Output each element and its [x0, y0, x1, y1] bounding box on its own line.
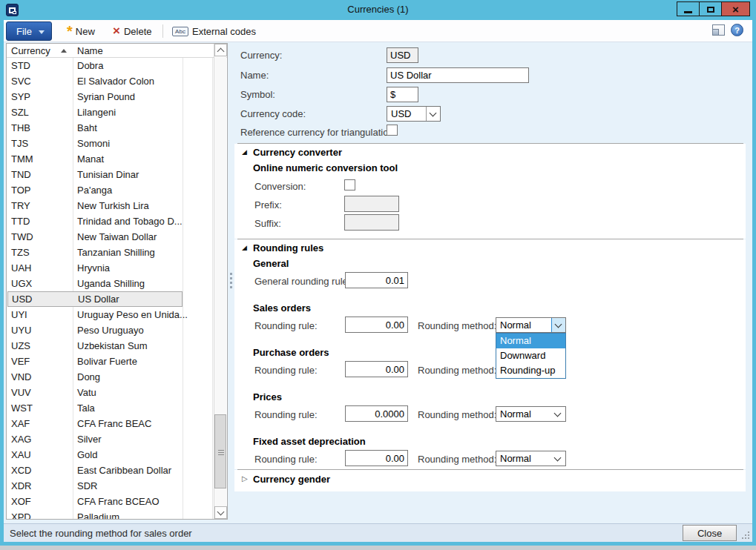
list-item[interactable]: WSTTala	[7, 400, 227, 416]
collapse-triangle-icon[interactable]: ◢	[242, 148, 247, 156]
list-item[interactable]: VUVVatu	[7, 385, 227, 400]
column-header-name[interactable]: Name	[77, 45, 103, 56]
close-button[interactable]: Close	[683, 525, 737, 541]
sales-orders-group-header: Sales orders	[253, 302, 311, 314]
combo-dropdown-button[interactable]	[551, 318, 565, 332]
app-window: Currencies (1) × File * New ×	[0, 0, 756, 546]
close-window-button[interactable]: ×	[721, 1, 750, 16]
details-panel: Currency: Name: Symbol: Currency code: U…	[234, 42, 749, 523]
external-codes-button[interactable]: Abc External codes	[172, 23, 256, 39]
chevron-down-icon	[555, 321, 562, 328]
dropdown-option[interactable]: Rounding-up	[496, 363, 565, 378]
list-item[interactable]: TOPPa'anga	[7, 182, 227, 198]
prices-rounding-rule-field[interactable]	[345, 405, 408, 422]
currency-code-combo[interactable]: USD	[387, 106, 441, 122]
fixed-rounding-rule-label: Rounding rule:	[254, 454, 318, 465]
list-item[interactable]: UYUPeso Uruguayo	[7, 322, 227, 338]
prices-rounding-method-label: Rounding method:	[418, 409, 496, 420]
list-item[interactable]: TZSTanzanian Shilling	[7, 245, 227, 260]
name-label: Name:	[240, 70, 269, 81]
list-item[interactable]: UAHHryvnia	[7, 260, 227, 276]
prices-rounding-method-combo[interactable]: Normal	[496, 406, 566, 422]
resize-grip-icon[interactable]	[740, 530, 749, 539]
list-item[interactable]: UZSUzbekistan Sum	[7, 338, 227, 354]
column-header-currency[interactable]: Currency	[11, 45, 50, 56]
minimize-button[interactable]	[677, 1, 700, 16]
section-divider	[237, 143, 743, 144]
name-field[interactable]	[387, 67, 529, 83]
sales-rounding-rule-field[interactable]	[345, 317, 408, 333]
prefix-field[interactable]	[344, 196, 399, 212]
combo-dropdown-button[interactable]	[426, 107, 440, 121]
sales-rounding-method-combo[interactable]: Normal	[496, 317, 566, 333]
list-item[interactable]: TMMManat	[7, 151, 227, 167]
dropdown-option[interactable]: Normal	[496, 334, 565, 348]
currency-field[interactable]	[387, 47, 418, 63]
prices-rounding-rule-label: Rounding rule:	[254, 409, 318, 420]
list-item[interactable]: UGXUganda Shilling	[7, 276, 227, 291]
list-item[interactable]: USDUS Dollar	[7, 291, 183, 307]
scroll-up-button[interactable]	[214, 44, 227, 56]
list-item[interactable]: XAUGold	[7, 447, 227, 463]
fixed-rounding-rule-field[interactable]	[345, 450, 408, 466]
delete-button[interactable]: × Delete	[113, 23, 152, 39]
list-item[interactable]: VNDDong	[7, 369, 227, 385]
list-scrollbar[interactable]	[214, 44, 226, 519]
new-button[interactable]: * New	[67, 23, 95, 39]
conversion-checkbox[interactable]	[344, 179, 355, 190]
help-icon[interactable]: ?	[731, 24, 743, 36]
panes-layout-icon[interactable]	[712, 24, 725, 36]
section-bg	[234, 144, 746, 239]
list-item[interactable]: TTDTrinidad and Tobago D...	[7, 213, 227, 229]
symbol-field[interactable]	[387, 87, 418, 102]
chevron-down-icon	[554, 454, 562, 462]
list-item[interactable]: SZLLilangeni	[7, 105, 227, 120]
abc-icon: Abc	[172, 27, 188, 36]
suffix-field[interactable]	[344, 214, 399, 231]
currency-converter-header[interactable]: Currency converter	[253, 147, 342, 158]
conversion-label: Conversion:	[254, 181, 306, 192]
file-menu-button[interactable]: File	[6, 21, 52, 41]
list-item[interactable]: TWDNew Taiwan Dollar	[7, 229, 227, 245]
list-item[interactable]: XAGSilver	[7, 431, 227, 447]
list-item[interactable]: TRYNew Turkish Lira	[7, 198, 227, 213]
list-item[interactable]: TNDTunisian Dinar	[7, 167, 227, 182]
chevron-up-icon	[217, 48, 225, 56]
rounding-rules-header[interactable]: Rounding rules	[253, 242, 323, 254]
currency-gender-header[interactable]: Currency gender	[253, 474, 330, 485]
combo-dropdown-button[interactable]	[551, 407, 565, 421]
expand-triangle-icon[interactable]: ▷	[242, 474, 248, 483]
list-item[interactable]: STDDobra	[7, 58, 227, 73]
panel-splitter[interactable]	[228, 42, 234, 525]
list-item[interactable]: UYIUruguay Peso en Unida...	[7, 307, 227, 322]
title-bar[interactable]: Currencies (1) ×	[0, 0, 756, 20]
list-item[interactable]: VEFBolivar Fuerte	[7, 354, 227, 369]
list-item[interactable]: XDRSDR	[7, 478, 227, 494]
list-item[interactable]: SYPSyrian Pound	[7, 89, 227, 105]
purchase-rounding-rule-field[interactable]	[345, 361, 408, 377]
sales-rounding-rule-label: Rounding rule:	[254, 320, 318, 331]
combo-dropdown-button[interactable]	[551, 451, 565, 465]
scrollbar-thumb[interactable]	[214, 414, 226, 488]
general-rounding-rule-field[interactable]	[345, 272, 408, 288]
list-item[interactable]: XCDEast Caribbean Dollar	[7, 463, 227, 478]
prefix-label: Prefix:	[254, 199, 282, 211]
scroll-down-button[interactable]	[214, 506, 227, 519]
toolbar: File * New × Delete Abc External codes	[4, 20, 752, 42]
list-item[interactable]: XPDPalladium	[7, 509, 227, 520]
reference-triangulation-checkbox[interactable]	[387, 125, 398, 136]
list-item[interactable]: XOFCFA Franc BCEAO	[7, 494, 227, 509]
list-item[interactable]: SVCEl Salvador Colon	[7, 73, 227, 89]
collapse-triangle-icon[interactable]: ◢	[242, 244, 247, 251]
window-content: File * New × Delete Abc External codes	[4, 20, 752, 542]
list-item[interactable]: THBBaht	[7, 120, 227, 136]
dropdown-option[interactable]: Downward	[496, 348, 565, 363]
list-item[interactable]: TJSSomoni	[7, 136, 227, 151]
section-divider	[237, 469, 743, 470]
external-codes-label: External codes	[192, 26, 256, 37]
sales-rounding-method-label: Rounding method:	[418, 320, 496, 331]
suffix-label: Suffix:	[254, 218, 281, 229]
fixed-rounding-method-combo[interactable]: Normal	[496, 451, 566, 466]
list-item[interactable]: XAFCFA Franc BEAC	[7, 416, 227, 431]
maximize-button[interactable]	[699, 1, 722, 16]
